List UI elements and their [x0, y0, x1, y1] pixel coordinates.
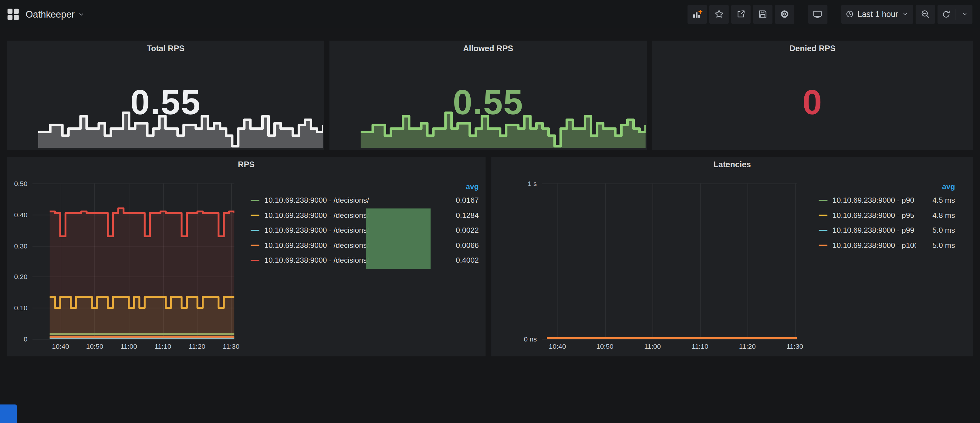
navbar: Oathkeeper	[0, 0, 980, 28]
save-icon	[758, 10, 768, 19]
star-icon	[714, 10, 724, 19]
panel-title[interactable]: Total RPS	[7, 41, 325, 57]
latencies-chart	[542, 184, 797, 339]
star-dashboard-button[interactable]	[710, 5, 729, 23]
x-tick: 11:30	[223, 343, 239, 350]
series-color-dash	[819, 230, 827, 231]
series-avg: 0.0167	[445, 196, 479, 205]
series-avg: 5.0 ms	[921, 226, 955, 235]
x-tick: 11:00	[644, 343, 661, 350]
x-tick: 11:10	[154, 343, 171, 350]
y-tick: 0.20	[14, 273, 28, 280]
y-tick: 0.40	[14, 211, 28, 219]
panel-allowed-rps: Allowed RPS 0.55	[329, 41, 647, 150]
legend-row[interactable]: 10.10.69.238:9000 - /decisions/ 0.0066	[251, 238, 479, 253]
legend-row[interactable]: 10.10.69.238:9000 - /decisions/ 0.1284	[251, 208, 479, 223]
panel-title[interactable]: RPS	[7, 157, 486, 173]
green-overlay-box	[366, 209, 431, 269]
refresh-icon	[942, 10, 951, 19]
navbar-actions: Last 1 hour	[687, 5, 972, 23]
panel-title[interactable]: Denied RPS	[652, 41, 973, 57]
series-color-dash	[819, 200, 827, 201]
refresh-button[interactable]	[937, 5, 972, 23]
legend-row[interactable]: 10.10.69.238:9000 - /decisions/ 0.4002	[251, 253, 479, 268]
series-color-dash	[251, 230, 259, 231]
panel-denied-rps: Denied RPS 0	[652, 41, 973, 150]
legend-row[interactable]: 10.10.69.238:9000 - p95 4.8 ms	[819, 208, 955, 223]
series-color-dash	[251, 260, 259, 261]
add-panel-button[interactable]	[687, 5, 707, 23]
time-range-picker[interactable]: Last 1 hour	[842, 5, 913, 23]
y-tick: 0.50	[14, 180, 28, 187]
x-tick: 10:40	[549, 343, 566, 350]
series-avg: 4.8 ms	[921, 211, 955, 220]
gridline	[32, 339, 234, 340]
x-tick: 11:00	[121, 343, 137, 350]
dashboard-settings-button[interactable]	[775, 5, 794, 23]
grafana-dashboard: Oathkeeper	[0, 0, 980, 423]
series-color-dash	[251, 200, 259, 201]
gear-icon	[780, 10, 789, 19]
series-label: 10.10.69.238:9000 - /decisions/	[264, 196, 440, 205]
series-label: 10.10.69.238:9000 - p90	[832, 196, 916, 205]
series-color-dash	[251, 244, 259, 246]
caret-down-icon[interactable]	[78, 10, 85, 18]
rps-chart	[32, 184, 234, 339]
x-tick: 11:10	[692, 343, 708, 350]
share-icon	[736, 10, 746, 19]
grafana-logo-icon[interactable]	[8, 8, 19, 20]
series-avg: 0.0022	[445, 226, 479, 235]
legend-row[interactable]: 10.10.69.238:9000 - p100 5.0 ms	[819, 238, 955, 253]
series-color-dash	[819, 244, 827, 246]
y-tick: 1 s	[528, 180, 537, 187]
save-dashboard-button[interactable]	[753, 5, 772, 23]
monitor-icon	[813, 9, 823, 19]
panel-total-rps: Total RPS 0.55	[7, 41, 325, 150]
chat-widget-button[interactable]	[0, 404, 17, 423]
zoom-out-time-button[interactable]	[916, 5, 935, 23]
legend-avg-header[interactable]: avg	[819, 180, 955, 193]
clock-icon	[846, 10, 854, 18]
y-tick: 0	[24, 335, 28, 343]
x-tick: 10:40	[52, 343, 69, 350]
legend-row[interactable]: 10.10.69.238:9000 - /decisions/ 0.0022	[251, 223, 479, 238]
add-panel-icon	[692, 9, 702, 19]
series-label: 10.10.69.238:9000 - p100	[832, 241, 916, 250]
sparkline	[38, 109, 323, 148]
share-dashboard-button[interactable]	[731, 5, 751, 23]
dashboard-title[interactable]: Oathkeeper	[25, 9, 74, 19]
caret-down-icon[interactable]	[961, 11, 968, 17]
y-tick: 0.30	[14, 242, 28, 249]
x-tick: 11:20	[189, 343, 205, 350]
series-label: 10.10.69.238:9000 - p99	[832, 226, 916, 235]
y-tick: 0 ns	[524, 335, 537, 343]
x-tick: 10:50	[596, 343, 614, 350]
gridline	[542, 339, 797, 340]
rps-plot-area[interactable]: 0.50 0.40 0.30 0.20 0.10 0 10:40 10:50 1…	[32, 184, 234, 339]
series-avg: 0.4002	[445, 256, 479, 265]
legend-row[interactable]: 10.10.69.238:9000 - /decisions/ 0.0167	[251, 193, 479, 208]
latencies-legend: avg 10.10.69.238:9000 - p90 4.5 ms 10.10…	[819, 180, 955, 253]
latencies-plot-area[interactable]: 1 s 0 ns 10:40 10:50 11:00 11:10 11:20 1…	[542, 184, 797, 339]
series-color-dash	[819, 215, 827, 216]
panel-title[interactable]: Allowed RPS	[329, 41, 647, 57]
time-range-label: Last 1 hour	[858, 10, 898, 19]
x-tick: 11:30	[786, 343, 803, 350]
caret-down-icon	[902, 11, 909, 17]
legend-avg-header[interactable]: avg	[251, 180, 479, 193]
divider	[956, 8, 956, 20]
legend-row[interactable]: 10.10.69.238:9000 - p90 4.5 ms	[819, 193, 955, 208]
series-color-dash	[251, 215, 259, 216]
rps-legend: avg 10.10.69.238:9000 - /decisions/ 0.01…	[251, 180, 479, 268]
panel-rps-graph: RPS 0.50 0.40 0.30 0.20 0.10 0 10:40 10:…	[7, 157, 486, 356]
sparkline	[361, 109, 646, 148]
series-avg: 5.0 ms	[921, 241, 955, 250]
legend-row[interactable]: 10.10.69.238:9000 - p99 5.0 ms	[819, 223, 955, 238]
series-label: 10.10.69.238:9000 - p95	[832, 211, 916, 220]
cycle-view-mode-button[interactable]	[808, 5, 827, 23]
panel-title[interactable]: Latencies	[491, 157, 973, 173]
panel-latencies-graph: Latencies 1 s 0 ns 10:40 10:50 11:00 11:…	[491, 157, 973, 356]
x-tick: 10:50	[86, 343, 103, 350]
stat-value: 0	[652, 84, 973, 120]
x-tick: 11:20	[739, 343, 756, 350]
